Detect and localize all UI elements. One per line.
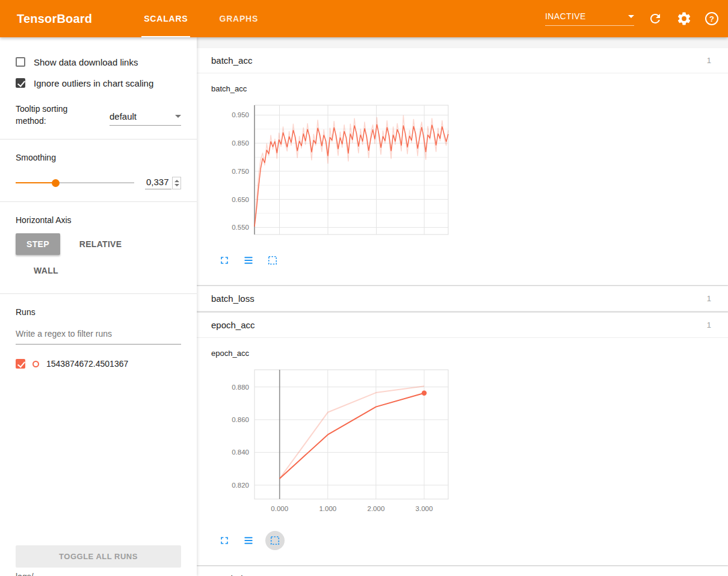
app-title: TensorBoard	[17, 12, 92, 26]
section-header-batch-acc[interactable]: batch_acc 1	[197, 48, 728, 73]
smoothing-label: Smoothing	[16, 153, 181, 162]
svg-text:0.550: 0.550	[232, 224, 249, 231]
toggle-all-runs-button[interactable]: TOGGLE ALL RUNS	[16, 545, 181, 568]
nav-tabs: SCALARS GRAPHS	[128, 0, 274, 37]
dashboard-main: batch_acc 1 batch_acc 0.5500.6500.7500.8…	[197, 37, 728, 576]
refresh-icon[interactable]	[647, 11, 663, 26]
chart-title: epoch_acc	[211, 349, 467, 358]
axis-wall-button[interactable]: WALL	[23, 260, 69, 281]
chart-card-batch-acc: batch_acc 0.5500.6500.7500.8500.950	[205, 84, 467, 271]
svg-text:0.880: 0.880	[232, 384, 249, 391]
chevron-down-icon	[175, 115, 181, 118]
smoothing-slider[interactable]	[16, 179, 134, 187]
tab-graphs[interactable]: GRAPHS	[203, 0, 274, 37]
section-header-epoch-loss[interactable]: epoch_loss 1	[197, 566, 728, 576]
ignore-outliers-checkbox[interactable]: Ignore outliers in chart scaling	[16, 75, 181, 91]
section-epoch-loss: epoch_loss 1	[197, 566, 728, 576]
expand-chart-icon[interactable]	[217, 253, 232, 268]
runs-group-footer: logs/	[16, 572, 34, 576]
section-count-badge: 1	[707, 294, 711, 303]
header-actions: INACTIVE	[545, 11, 718, 26]
status-dropdown[interactable]: INACTIVE	[545, 11, 634, 26]
svg-text:2.000: 2.000	[368, 505, 385, 512]
number-stepper-icon[interactable]	[172, 177, 181, 189]
svg-text:0.950: 0.950	[232, 111, 249, 118]
tooltip-sorting-label: Tooltip sorting method:	[16, 103, 94, 127]
settings-gear-icon[interactable]	[676, 11, 692, 26]
axis-relative-button[interactable]: RELATIVE	[69, 233, 133, 255]
tab-scalars[interactable]: SCALARS	[128, 0, 203, 37]
run-name: 1543874672.4501367	[46, 359, 128, 369]
chart-toolbar	[217, 250, 467, 271]
chart-title: batch_acc	[211, 84, 467, 93]
help-icon[interactable]	[705, 12, 718, 25]
smoothing-slider-thumb[interactable]	[52, 179, 60, 187]
chart-toolbar	[217, 530, 467, 551]
run-checkbox-checked-icon[interactable]	[16, 359, 25, 369]
batch-acc-line-chart[interactable]: 0.5500.6500.7500.8500.950	[205, 98, 467, 244]
show-download-links-checkbox[interactable]: Show data download links	[16, 54, 181, 70]
svg-text:0.860: 0.860	[232, 416, 249, 423]
smoothing-value-input[interactable]	[145, 176, 171, 189]
divider	[0, 139, 197, 139]
section-epoch-acc: epoch_acc 1 epoch_acc 0.8200.8400.8600.8…	[197, 313, 728, 565]
expand-chart-icon[interactable]	[217, 533, 232, 548]
stepper-down-icon[interactable]	[174, 184, 179, 186]
runs-label: Runs	[16, 307, 181, 317]
axis-step-button[interactable]: STEP	[16, 233, 60, 255]
runs-filter-input[interactable]	[16, 326, 181, 345]
fit-domain-icon[interactable]	[265, 531, 285, 550]
svg-text:0.650: 0.650	[232, 196, 249, 203]
chart-card-epoch-acc: epoch_acc 0.8200.8400.8600.8800.0001.000…	[205, 349, 467, 551]
svg-text:0.000: 0.000	[271, 505, 288, 512]
svg-text:0.840: 0.840	[232, 449, 249, 456]
app-header: TensorBoard SCALARS GRAPHS INACTIVE	[0, 0, 728, 37]
divider	[0, 201, 197, 202]
epoch-acc-line-chart[interactable]: 0.8200.8400.8600.8800.0001.0002.0003.000	[205, 363, 467, 524]
checkbox-checked-icon	[16, 78, 25, 88]
section-count-badge: 1	[707, 320, 711, 329]
section-batch-loss: batch_loss 1	[197, 286, 728, 311]
section-header-epoch-acc[interactable]: epoch_acc 1	[197, 313, 728, 338]
run-color-swatch-icon	[32, 361, 39, 367]
divider	[0, 293, 197, 294]
section-count-badge: 1	[707, 56, 711, 65]
svg-text:0.850: 0.850	[232, 139, 249, 147]
section-header-batch-loss[interactable]: batch_loss 1	[197, 286, 728, 311]
svg-text:0.750: 0.750	[232, 168, 249, 175]
fit-domain-icon[interactable]	[265, 253, 280, 268]
settings-sidebar: Show data download links Ignore outliers…	[0, 37, 197, 576]
tooltip-sorting-dropdown[interactable]: default	[110, 111, 181, 126]
checkbox-unchecked-icon	[16, 57, 25, 67]
svg-text:3.000: 3.000	[416, 505, 433, 512]
svg-text:0.820: 0.820	[232, 482, 249, 489]
stepper-up-icon[interactable]	[174, 180, 179, 182]
svg-text:1.000: 1.000	[319, 505, 336, 512]
run-list-item[interactable]: 1543874672.4501367	[16, 359, 181, 369]
toggle-y-axis-icon[interactable]	[241, 253, 256, 268]
horizontal-axis-label: Horizontal Axis	[16, 215, 181, 225]
toggle-y-axis-icon[interactable]	[241, 533, 256, 548]
smoothing-slider-fill	[16, 182, 55, 183]
chevron-down-icon	[628, 15, 634, 18]
section-batch-acc: batch_acc 1 batch_acc 0.5500.6500.7500.8…	[197, 48, 728, 285]
